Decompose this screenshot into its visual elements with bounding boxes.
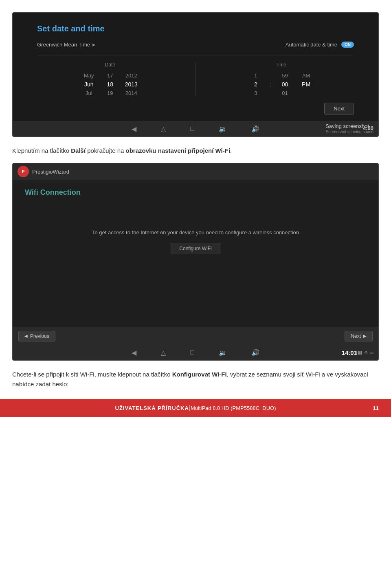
colon-col: : bbox=[270, 73, 271, 96]
wifi-description: To get access to the Internet on your de… bbox=[92, 229, 299, 236]
page: Set date and time Greenwich Mean Time ▶ … bbox=[0, 12, 391, 417]
back-icon-2[interactable]: ◀ bbox=[132, 349, 136, 357]
date-scroll: May Jun Jul 17 18 19 2012 bbox=[37, 73, 183, 96]
home-icon[interactable]: △ bbox=[161, 125, 166, 133]
day-col: 17 18 19 bbox=[103, 73, 117, 96]
time-col-label: Time bbox=[208, 62, 354, 68]
recents-icon-2[interactable]: □ bbox=[190, 349, 194, 356]
ampm-col: AM PM bbox=[299, 73, 314, 96]
minute-col: 59 00 01 bbox=[278, 73, 292, 96]
year-row-0: 2012 bbox=[124, 73, 138, 79]
signal-icon: ▮▮▮ bbox=[355, 350, 362, 355]
ampm-row-1: PM bbox=[299, 81, 314, 88]
day-row-2: 19 bbox=[103, 90, 117, 96]
dt-next-row: Next bbox=[37, 96, 354, 121]
next-button[interactable]: Next bbox=[324, 103, 354, 115]
month-row-1: Jun bbox=[81, 81, 96, 88]
time-column: Time 1 2 3 : bbox=[196, 62, 354, 96]
timezone-field: Greenwich Mean Time ▶ bbox=[37, 42, 96, 48]
paragraph-1: Klepnutím na tlačítko Další pokračujte n… bbox=[12, 146, 379, 156]
home-icon-2[interactable]: △ bbox=[161, 349, 166, 357]
screenshot-wifi: P PrestigioWizard Wifi Connection To get… bbox=[12, 163, 379, 361]
year-col: 2012 2013 2014 bbox=[124, 73, 138, 96]
hour-row-1: 2 bbox=[248, 81, 263, 88]
ampm-row-0: AM bbox=[299, 73, 314, 79]
para1-bold2: obrazovku nastavení připojení Wi-Fi bbox=[126, 147, 231, 154]
recents-icon[interactable]: □ bbox=[190, 125, 194, 132]
wifi-content-area: Wifi Connection To get access to the Int… bbox=[13, 180, 378, 327]
para2-bold1: Konfigurovat Wi-Fi bbox=[172, 371, 227, 378]
wizard-header: P PrestigioWizard bbox=[13, 163, 378, 180]
screenshot-date-time: Set date and time Greenwich Mean Time ▶ … bbox=[12, 12, 379, 137]
timezone-label: Greenwich Mean Time bbox=[37, 42, 90, 48]
footer-divider-icon: | bbox=[189, 404, 191, 412]
footer: UŽIVATELSKÁ PŘÍRUČKA | MultiPad 8.0 HD (… bbox=[0, 399, 391, 417]
back-icon[interactable]: ◀ bbox=[132, 125, 136, 133]
para1-bold1: Další bbox=[71, 147, 86, 154]
date-column: Date May Jun Jul 17 18 19 bbox=[37, 62, 196, 96]
year-row-1: 2013 bbox=[124, 81, 138, 88]
min-row-1: 00 bbox=[278, 81, 292, 88]
paragraph-2: Chcete-li se připojit k síti Wi-Fi, musí… bbox=[12, 370, 379, 389]
battery-icon: ▭ bbox=[369, 350, 373, 355]
set-date-time-title: Set date and time bbox=[37, 24, 354, 33]
android-navbar-1: ◀ △ □ 🔉 🔊 Saving screenshot... Screensho… bbox=[13, 121, 378, 137]
prev-arrow-icon: ◀ bbox=[24, 334, 28, 338]
time-display-1: 4:00 bbox=[363, 125, 373, 131]
auto-date-row: Automatic date & time ON bbox=[286, 42, 354, 48]
year-row-2: 2014 bbox=[124, 90, 138, 96]
volume-down-icon-2[interactable]: 🔉 bbox=[219, 349, 227, 357]
next-arrow-icon: ▶ bbox=[363, 334, 367, 338]
hour-row-2: 3 bbox=[248, 90, 263, 96]
dt-top-row: Greenwich Mean Time ▶ Automatic date & t… bbox=[37, 42, 354, 48]
timezone-arrow-icon: ▶ bbox=[92, 42, 96, 47]
wifi-icon: ⊛ bbox=[364, 350, 368, 355]
footer-inner: UŽIVATELSKÁ PŘÍRUČKA | MultiPad 8.0 HD (… bbox=[0, 404, 391, 412]
dt-divider bbox=[37, 55, 354, 55]
min-row-2: 01 bbox=[278, 90, 292, 96]
para1-after: . bbox=[230, 147, 232, 154]
status-icons-right: ▮▮▮ ⊛ ▭ bbox=[355, 350, 373, 355]
footer-manual-title: UŽIVATELSKÁ PŘÍRUČKA bbox=[115, 405, 189, 411]
dt-columns: Date May Jun Jul 17 18 19 bbox=[37, 62, 354, 96]
para1-mid: pokračujte na bbox=[86, 147, 125, 154]
next-button-2[interactable]: Next ▶ bbox=[345, 331, 373, 341]
next-btn-label: Next bbox=[351, 333, 361, 339]
month-row-0: May bbox=[81, 73, 96, 79]
volume-up-icon[interactable]: 🔊 bbox=[251, 125, 259, 133]
wifi-title: Wifi Connection bbox=[25, 188, 366, 197]
hour-row-0: 1 bbox=[248, 73, 263, 79]
date-col-label: Date bbox=[37, 62, 183, 68]
day-row-0: 17 bbox=[103, 73, 117, 79]
day-row-1: 18 bbox=[103, 81, 117, 88]
wizard-logo-icon: P bbox=[18, 166, 29, 177]
month-row-2: Jul bbox=[81, 90, 96, 96]
footer-model: MultiPad 8.0 HD (PMP5588C_DUO) bbox=[191, 405, 276, 411]
configure-wifi-button[interactable]: Configure WiFi bbox=[171, 243, 220, 254]
wizard-app-name: PrestigioWizard bbox=[32, 169, 69, 175]
volume-down-icon[interactable]: 🔉 bbox=[219, 125, 227, 133]
para2-before: Chcete-li se připojit k síti Wi-Fi, musí… bbox=[12, 371, 172, 378]
hour-col: 1 2 3 bbox=[248, 73, 263, 96]
min-row-0: 59 bbox=[278, 73, 292, 79]
auto-date-label: Automatic date & time bbox=[286, 42, 337, 48]
wizard-nav-bar: ◀ Previous Next ▶ bbox=[13, 327, 378, 345]
para1-before: Klepnutím na tlačítko bbox=[12, 147, 71, 154]
android-navbar-2: ◀ △ □ 🔉 🔊 14:01 ▮▮▮ ⊛ ▭ bbox=[13, 345, 378, 360]
wifi-center: To get access to the Internet on your de… bbox=[25, 197, 366, 279]
auto-toggle[interactable]: ON bbox=[341, 42, 354, 48]
prev-btn-label: Previous bbox=[30, 333, 49, 339]
volume-up-icon-2[interactable]: 🔊 bbox=[251, 349, 259, 357]
footer-page-number: 11 bbox=[373, 405, 379, 411]
month-col: May Jun Jul bbox=[81, 73, 96, 96]
time-scroll: 1 2 3 : 59 00 bbox=[208, 73, 354, 96]
previous-button[interactable]: ◀ Previous bbox=[18, 331, 55, 341]
